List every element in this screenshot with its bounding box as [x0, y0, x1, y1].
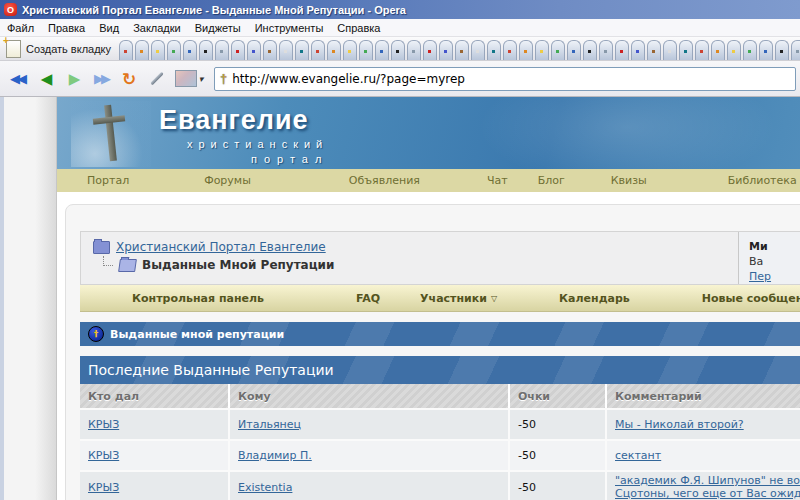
menu-item-закладки[interactable]: Закладки [126, 22, 188, 34]
nav-item[interactable]: Объявления [349, 174, 420, 187]
giver-link[interactable]: КРЫЗ [88, 449, 119, 462]
comment-link[interactable]: "академик Ф.Я. Шипунов" не возгСцотоны, … [615, 474, 800, 500]
browser-tab[interactable] [647, 40, 661, 60]
new-tab-button[interactable]: Создать вкладку [0, 40, 119, 60]
fast-forward-icon[interactable]: ▶▶ [88, 66, 114, 92]
rewind-icon[interactable]: ◀◀ [4, 66, 30, 92]
browser-tab[interactable] [295, 40, 309, 60]
forum-menu-item[interactable]: Календарь [559, 292, 630, 305]
giver-link[interactable]: КРЫЗ [88, 481, 119, 494]
browser-tab[interactable] [471, 40, 485, 60]
browser-tab[interactable] [519, 40, 533, 60]
browser-tab[interactable] [503, 40, 517, 60]
col-header-recipient: Кому [230, 384, 510, 408]
browser-tab[interactable] [343, 40, 357, 60]
tab-favicon-dot [540, 50, 543, 53]
images-icon[interactable]: ▾ [172, 66, 206, 92]
nav-item[interactable]: Квизы [611, 174, 647, 187]
recipient-link[interactable]: Владимир П. [238, 449, 312, 462]
browser-tab[interactable] [151, 40, 165, 60]
address-input[interactable] [232, 72, 795, 86]
giver-cell: КРЫЗ [80, 441, 230, 470]
menu-item-виджеты[interactable]: Виджеты [188, 22, 248, 34]
browser-tab[interactable] [279, 40, 293, 60]
tab-favicon-dot [684, 50, 687, 53]
nav-item[interactable]: Блог [538, 174, 565, 187]
browser-tab[interactable] [311, 40, 325, 60]
tab-favicon-dot [284, 50, 287, 53]
menu-item-справка[interactable]: Справка [330, 22, 387, 34]
browser-tab[interactable] [391, 40, 405, 60]
recipient-cell: Владимир П. [230, 441, 510, 470]
back-icon[interactable]: ◀ [32, 66, 58, 92]
browser-tab[interactable] [375, 40, 389, 60]
browser-tab[interactable] [263, 40, 277, 60]
breadcrumb-parent-link[interactable]: Христианский Портал Евангелие [116, 240, 326, 254]
browser-tab[interactable] [231, 40, 245, 60]
reload-icon[interactable]: ↻ [116, 66, 142, 92]
browser-tab[interactable] [695, 40, 709, 60]
section-header: † Выданные мной репутации [80, 322, 800, 346]
menu-item-файл[interactable]: Файл [0, 22, 41, 34]
browser-tab[interactable] [615, 40, 629, 60]
nav-item[interactable]: Библиотека [728, 174, 797, 187]
browser-tab[interactable] [599, 40, 613, 60]
forum-menu-label: Участники [420, 292, 487, 305]
browser-tab[interactable] [775, 40, 789, 60]
tab-favicon-dot [140, 50, 143, 53]
dropdown-caret-icon: ▾ [199, 74, 204, 84]
nav-item[interactable]: Форумы [204, 174, 251, 187]
window-titlebar[interactable]: O Христианский Портал Евангелие - Выданн… [0, 0, 800, 19]
browser-tab[interactable] [727, 40, 741, 60]
nav-item[interactable]: Портал [87, 174, 129, 187]
browser-tab[interactable] [359, 40, 373, 60]
forward-icon[interactable]: ▶ [60, 66, 86, 92]
comment-link[interactable]: сектант [615, 449, 661, 462]
browser-tab[interactable] [199, 40, 213, 60]
giver-link[interactable]: КРЫЗ [88, 418, 119, 431]
menu-item-инструменты[interactable]: Инструменты [248, 22, 331, 34]
browser-tab[interactable] [167, 40, 181, 60]
nav-item[interactable]: Чат [487, 174, 508, 187]
browser-tab[interactable] [215, 40, 229, 60]
browser-tab[interactable] [551, 40, 565, 60]
browser-tab[interactable] [423, 40, 437, 60]
browser-tab[interactable] [439, 40, 453, 60]
recipient-link[interactable]: Existentia [238, 481, 292, 494]
browser-tab[interactable] [583, 40, 597, 60]
browser-tab[interactable] [663, 40, 677, 60]
browser-tab[interactable] [535, 40, 549, 60]
user-box-link[interactable]: Пер [749, 269, 800, 284]
browser-tab[interactable] [711, 40, 725, 60]
menu-item-вид[interactable]: Вид [92, 22, 126, 34]
browser-tab[interactable] [743, 40, 757, 60]
tree-elbow-icon [103, 256, 113, 266]
browser-tab[interactable] [679, 40, 693, 60]
pencil-icon[interactable] [144, 66, 170, 92]
forum-menu-label: Календарь [559, 292, 630, 305]
browser-tab[interactable] [487, 40, 501, 60]
browser-tab[interactable] [567, 40, 581, 60]
tab-favicon-dot [460, 50, 463, 53]
forum-menu-item[interactable]: Участники▽ [420, 292, 497, 305]
browser-tab[interactable] [247, 40, 261, 60]
forum-menu-item[interactable]: Новые сообщения▽ [702, 292, 800, 305]
comment-link[interactable]: Мы - Николай второй? [615, 418, 744, 431]
browser-tab[interactable] [407, 40, 421, 60]
tab-favicon-dot [668, 50, 671, 53]
menu-item-правка[interactable]: Правка [41, 22, 92, 34]
browser-tab[interactable] [759, 40, 773, 60]
recipient-link[interactable]: Итальянец [238, 418, 301, 431]
browser-tab[interactable] [631, 40, 645, 60]
browser-tab[interactable] [183, 40, 197, 60]
browser-tab[interactable] [135, 40, 149, 60]
forum-menu-item[interactable]: Контрольная панель [132, 292, 264, 305]
browser-tab[interactable] [327, 40, 341, 60]
browser-menubar: ФайлПравкаВидЗакладкиВиджетыИнструментыС… [0, 19, 800, 37]
forum-menu-item[interactable]: FAQ [356, 292, 380, 305]
browser-tab[interactable] [791, 40, 800, 60]
browser-tab[interactable] [455, 40, 469, 60]
address-bar[interactable]: † [214, 67, 796, 91]
browser-tab[interactable] [119, 40, 133, 60]
tab-favicon-dot [700, 50, 703, 53]
